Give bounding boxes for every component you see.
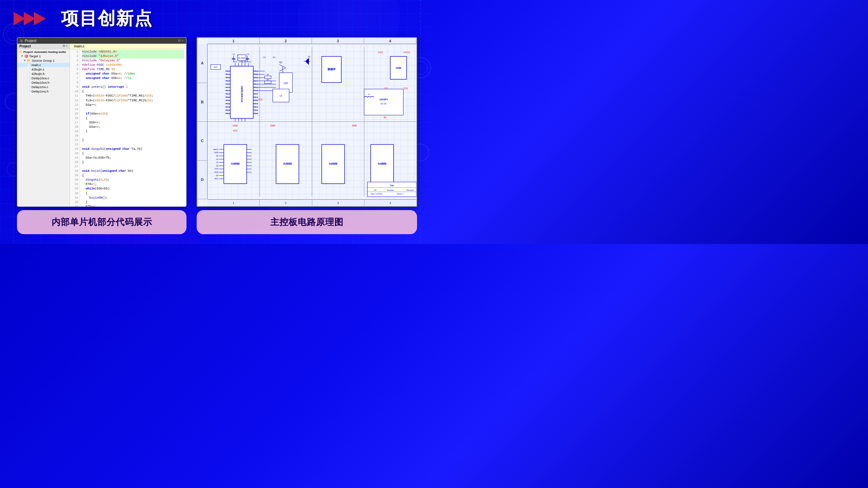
code-line-4: #define FOSC 11059200L: [82, 63, 184, 67]
svg-text:接插件: 接插件: [327, 67, 336, 71]
svg-marker-9: [14, 12, 25, 25]
code-line-20: [82, 134, 184, 138]
svg-text:MS1: MS1: [215, 178, 218, 180]
caption-text-left: 内部单片机部分代码展示: [52, 217, 152, 227]
tree-source-arrow: ▼: [23, 59, 26, 62]
svg-text:P1.3: P1.3: [226, 93, 230, 95]
svg-text:P1.5: P1.5: [254, 86, 258, 88]
tree-delay1msh-icon: 📄: [27, 90, 31, 93]
code-line-24: {: [82, 151, 184, 156]
svg-text:C3: C3: [263, 56, 265, 58]
svg-text:GND: GND: [270, 124, 275, 127]
tree-item-project: 📁 Project: Automatic feeding buffer: [17, 50, 70, 54]
code-line-3: #include "Delayims.h": [82, 59, 184, 63]
project-panel-controls: ⊟ ×: [63, 44, 67, 48]
tree-delay10ush-label: Delay10us.h: [32, 81, 50, 84]
schematic-row-a: A: [197, 44, 207, 83]
svg-marker-11: [34, 12, 46, 25]
svg-text:VCC: VCC: [233, 61, 237, 63]
code-line-18: DSa=0;: [82, 125, 184, 129]
project-panel: Project ⊟ × 📁 Project: Automatic feeding…: [17, 44, 70, 206]
svg-text:P0.2: P0.2: [226, 77, 230, 79]
svg-rect-104: [264, 76, 271, 79]
schematic-rows: A B C D: [197, 44, 208, 199]
captions-row: 内部单片机部分代码展示 主控板电路原理图: [0, 210, 434, 234]
code-content: 12345 678910 1112131415 1617181920 21222…: [70, 49, 186, 206]
tree-item-delay10usc[interactable]: 📄 Delay10us.c: [17, 76, 70, 80]
schematic-row-d: D: [197, 161, 207, 200]
code-lines: #include <REGX51.H> #include "42bujin.h"…: [80, 49, 186, 206]
code-tab[interactable]: main.c: [70, 44, 186, 49]
code-line-34: bujinON();: [82, 196, 184, 200]
svg-text:LED: LED: [283, 82, 288, 84]
svg-text:P0.4: P0.4: [254, 70, 258, 72]
svg-text:A4: A4: [374, 189, 377, 191]
ide-title-text: Project: [25, 39, 36, 43]
code-line-10: {: [82, 89, 184, 94]
schematic-col-3: 3: [312, 38, 364, 44]
tree-item-42bujinc[interactable]: 📄 42bujin.c: [17, 67, 70, 72]
svg-text:2A: 2A: [216, 158, 218, 160]
header: 项目创新点: [0, 0, 434, 34]
svg-text:A4988: A4988: [231, 162, 240, 165]
code-editor[interactable]: main.c 12345 678910 1112131415 161718192…: [70, 44, 186, 206]
svg-text:+VCC: +VCC: [403, 51, 410, 54]
ide-window: ⊞ Project ⊟ × Project ⊟ × 📁 Project: Aut…: [17, 37, 186, 207]
svg-text:P0.0: P0.0: [226, 70, 230, 72]
code-line-28: void bujin(unsigned char DS): [82, 169, 184, 174]
schematic-row-c: C: [197, 122, 207, 161]
svg-rect-106: [264, 81, 271, 84]
svg-text:DC-DC: DC-DC: [380, 103, 387, 105]
svg-text:P3.3: P3.3: [254, 113, 258, 115]
svg-text:P0.6: P0.6: [254, 77, 258, 79]
caption-box-right: 主控板电路原理图: [197, 210, 417, 234]
code-line-17: DSb++;: [82, 121, 184, 125]
svg-text:P2.3: P2.3: [226, 106, 230, 108]
project-panel-title: Project: [19, 44, 31, 48]
svg-text:Sheet: 1: Sheet: 1: [397, 193, 403, 195]
svg-text:P3.0: P3.0: [226, 109, 230, 111]
svg-text:P2.4: P2.4: [254, 96, 258, 98]
tree-mainc-icon: 📄: [27, 63, 31, 67]
tree-item-target: ▼ 🎯 Target 1: [17, 54, 70, 58]
svg-text:GND: GND: [214, 171, 218, 173]
code-line-6: unsigned char DSa=0; //10ms: [82, 72, 184, 76]
svg-text:EN: EN: [216, 175, 218, 177]
code-line-11: TH0=(65536-FOSC/12/1000*TIME_MS)/256;: [82, 94, 184, 98]
tree-item-42buvinh[interactable]: 📄 42bujin.h: [17, 72, 70, 76]
svg-text:VCC: VCC: [378, 51, 383, 54]
svg-text:5V: 5V: [384, 116, 387, 119]
tree-item-mainc[interactable]: 📄 main.c: [17, 63, 70, 67]
code-line-14: [82, 107, 184, 112]
tree-item-delay1msc[interactable]: 📄 Delay1ms.c: [17, 85, 70, 89]
svg-text:P2.1: P2.1: [226, 99, 230, 101]
tree-delay10usc-icon: 📄: [27, 77, 31, 80]
tree-target-label: Target 1: [29, 54, 41, 58]
tree-delay1msc-icon: 📄: [27, 85, 31, 89]
caption-right: 主控板电路原理图: [197, 210, 417, 234]
svg-text:Number: Number: [387, 189, 394, 191]
tree-project-label: Project: Automatic feeding buffer: [23, 50, 66, 54]
schematic-bottom-bar: 1 2 3 4: [208, 199, 416, 206]
tree-item-delay1msh[interactable]: 📄 Delay1ms.h: [17, 89, 70, 94]
svg-text:P3.1: P3.1: [226, 113, 230, 115]
code-line-35: }: [82, 200, 184, 205]
code-line-30: dingshi(0,0);: [82, 178, 184, 182]
svg-marker-10: [24, 12, 36, 25]
code-line-31: ET0=1;: [82, 182, 184, 187]
svg-text:C2: C2: [247, 53, 249, 55]
svg-text:12VSPY: 12VSPY: [379, 98, 388, 101]
svg-text:1B: 1B: [216, 165, 218, 167]
code-line-15: if(DSa==100): [82, 112, 184, 116]
svg-text:P2.5: P2.5: [254, 99, 258, 101]
svg-text:P2.6: P2.6: [254, 103, 258, 105]
code-line-1: #include <REGX51.H>: [82, 50, 184, 54]
tree-item-delay10ush[interactable]: 📄 Delay10us.h: [17, 80, 70, 85]
tree-delay1msc-label: Delay1ms.c: [32, 85, 48, 89]
tree-mainc-label: main.c: [32, 63, 41, 67]
right-panel: 1 2 3 4 A B C D 1 2 3 4: [197, 37, 417, 207]
code-line-19: }: [82, 129, 184, 134]
schematic-inner: 1 2 3 4 A B C D 1 2 3 4: [197, 38, 416, 206]
svg-text:D1: D1: [308, 56, 310, 58]
svg-text:A4988: A4988: [378, 162, 387, 165]
